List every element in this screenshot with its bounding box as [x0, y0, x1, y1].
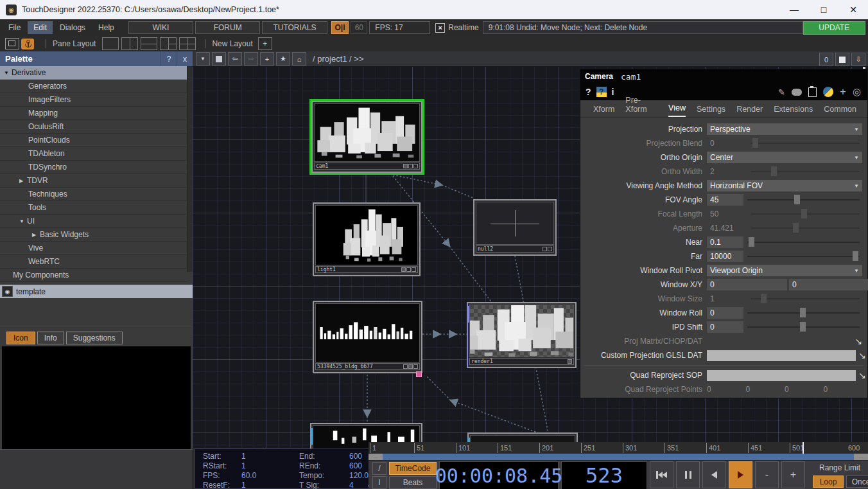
play-forward-button[interactable] [729, 461, 752, 488]
collapse-down-button[interactable]: ⇩ [851, 53, 865, 66]
edit-pencil-icon[interactable]: ✎ [778, 87, 785, 97]
midi-oi-indicator[interactable]: O|I [331, 21, 349, 34]
end-frame[interactable]: 600 [349, 452, 362, 461]
menu-help[interactable]: Help [92, 21, 120, 34]
stop-button[interactable] [212, 52, 226, 66]
tempo-value[interactable]: 120.0 [349, 471, 369, 480]
independent-time-button[interactable]: I [372, 476, 386, 489]
palette-item-tdsynchro[interactable]: TDSynchro [0, 161, 187, 174]
add-parameter-icon[interactable]: + [840, 85, 846, 98]
copy-parameters-icon[interactable] [808, 87, 817, 97]
forum-button[interactable]: FORUM [195, 21, 260, 34]
pane-type-dropdown[interactable]: ▼ [196, 52, 210, 66]
absolute-frame-button[interactable]: / [372, 462, 386, 475]
network-zoom-value[interactable]: 0 [819, 53, 833, 66]
operator-name[interactable]: cam1 [613, 72, 641, 82]
fps-value[interactable]: 60.0 [241, 471, 299, 480]
export-arrow-icon[interactable]: ↘ [858, 351, 866, 360]
palette-item-tdvr[interactable]: ▶TDVR [0, 174, 187, 188]
palette-close-button[interactable]: x [177, 51, 193, 66]
bookmark-star-button[interactable]: ★ [276, 52, 290, 66]
template-entry[interactable]: ◉ template [0, 285, 193, 298]
forward-arrow-button[interactable]: ⇨ [244, 52, 258, 66]
node-flags-icon[interactable] [542, 247, 552, 251]
layout-split-horizontal-button[interactable] [141, 37, 157, 50]
once-button[interactable]: Once [846, 476, 868, 488]
node-flags-icon[interactable] [403, 164, 418, 168]
ipd-shift-slider[interactable] [746, 321, 862, 333]
beats-mode-button[interactable]: Beats [389, 476, 437, 489]
node-cam1[interactable]: cam1 [311, 101, 422, 173]
zoom-handle-left[interactable]: … [369, 454, 383, 460]
ipd-shift-field[interactable]: 0 [707, 321, 743, 333]
node-light1[interactable]: light1 [313, 202, 421, 276]
palette-item-oculusrift[interactable]: OculusRift [0, 120, 187, 134]
palette-item-basic-widgets[interactable]: ▶Basic Widgets [0, 228, 187, 242]
home-button[interactable]: ⌂ [292, 52, 306, 66]
quad-reproject-sop-field[interactable] [707, 370, 856, 381]
viewing-angle-method-dropdown[interactable]: Horizontal FOV▼ [707, 180, 862, 191]
window-roll-slider[interactable] [746, 307, 862, 319]
timecode-mode-button[interactable]: TimeCode [389, 462, 437, 475]
glsl-dat-field[interactable] [707, 350, 856, 361]
step-forward-button[interactable]: + [781, 461, 805, 488]
tab-render[interactable]: Render [736, 105, 763, 117]
tab-common[interactable]: Common [824, 105, 856, 117]
ortho-origin-dropdown[interactable]: Center▼ [707, 152, 862, 163]
fov-angle-field[interactable]: 45 [707, 194, 743, 206]
new-layout-add-button[interactable]: + [258, 37, 272, 50]
palette-item-webrtc[interactable]: WebRTC [0, 255, 187, 269]
help-icon[interactable]: ? [586, 87, 591, 97]
far-field[interactable]: 10000 [707, 251, 743, 262]
tutorials-button[interactable]: TUTORIALS [262, 21, 327, 34]
realtime-checkbox-icon[interactable]: × [435, 23, 445, 33]
far-slider[interactable] [746, 251, 862, 262]
palette-help-button[interactable]: ? [161, 51, 177, 66]
palette-item-techniques[interactable]: Techniques [0, 188, 187, 201]
menu-dialogs[interactable]: Dialogs [54, 21, 91, 34]
node-flags-icon[interactable] [401, 267, 416, 272]
layout-split-vertical-button[interactable] [121, 37, 138, 50]
bullseye-icon[interactable]: ◎ [853, 86, 861, 98]
info-icon[interactable]: i [612, 87, 614, 97]
step-back-button[interactable]: - [755, 461, 779, 488]
rewind-to-start-button[interactable] [650, 461, 673, 488]
window-roll-pivot-dropdown[interactable]: Viewport Origin▼ [707, 265, 862, 276]
tab-settings[interactable]: Settings [697, 105, 725, 117]
playhead[interactable] [803, 442, 804, 454]
range-end[interactable]: 600 [349, 461, 362, 470]
window-roll-field[interactable]: 0 [707, 307, 743, 319]
layout-single-button[interactable] [102, 37, 119, 50]
palette-item-ui[interactable]: ▼UI [0, 215, 187, 228]
reset-frame[interactable]: 1 [241, 481, 299, 489]
menu-file[interactable]: File [3, 21, 26, 34]
fov-angle-slider[interactable] [746, 194, 862, 206]
projection-dropdown[interactable]: Perspective▼ [707, 123, 862, 135]
comment-icon[interactable] [792, 89, 802, 96]
palette-item-generators[interactable]: Generators [0, 80, 187, 93]
start-frame[interactable]: 1 [241, 452, 299, 461]
pause-button[interactable] [676, 461, 700, 488]
tab-extensions[interactable]: Extensions [774, 105, 813, 117]
palette-item-my-components[interactable]: My Components [0, 269, 187, 282]
loop-button[interactable]: Loop [813, 476, 844, 488]
export-arrow-icon[interactable]: ↘ [858, 371, 866, 380]
tab-suggestions[interactable]: Suggestions [66, 332, 123, 344]
breadcrumb[interactable]: / project1 / >> [313, 54, 364, 64]
tab-pre-xform[interactable]: Pre-Xform [625, 96, 657, 117]
zoom-handle-right[interactable]: … [854, 454, 868, 460]
palette-item-tools[interactable]: Tools [0, 201, 187, 215]
export-arrow-icon[interactable]: ↘ [855, 337, 862, 346]
palette-item-mapping[interactable]: Mapping [0, 107, 187, 120]
wiki-button[interactable]: WIKI [128, 21, 193, 34]
near-field[interactable]: 0.1 [707, 236, 743, 248]
zoom-bar-range[interactable] [383, 454, 854, 460]
maximize-icon[interactable]: □ [809, 0, 838, 19]
add-button[interactable]: + [260, 52, 274, 66]
anchor-icon[interactable] [21, 39, 34, 49]
node-flags-icon[interactable] [403, 364, 418, 369]
layout-quad-button[interactable] [179, 37, 196, 50]
tab-icon[interactable]: Icon [6, 332, 35, 344]
range-start[interactable]: 1 [241, 461, 299, 470]
display-toggle-button[interactable] [835, 53, 849, 66]
